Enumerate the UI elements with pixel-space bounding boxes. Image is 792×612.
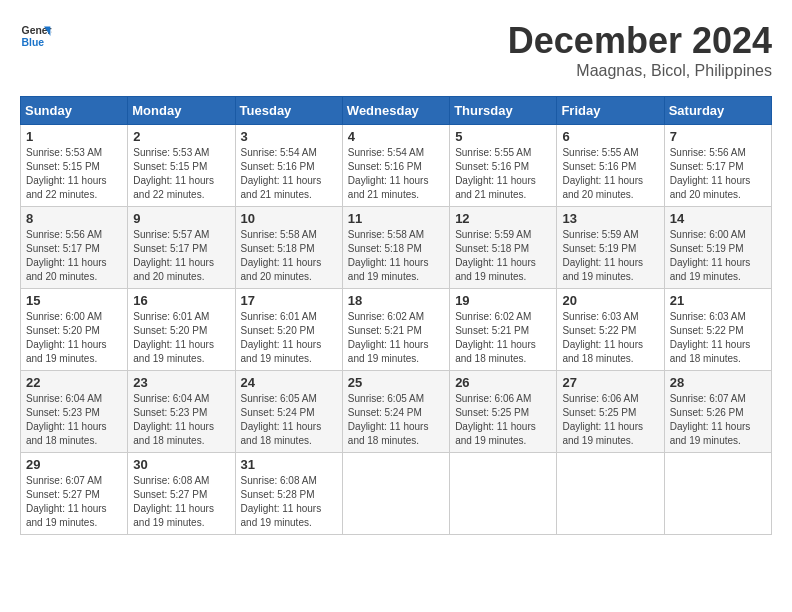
calendar-cell: 21 Sunrise: 6:03 AMSunset: 5:22 PMDaylig… [664,289,771,371]
day-number: 16 [133,293,229,308]
day-info: Sunrise: 5:54 AMSunset: 5:16 PMDaylight:… [348,147,429,200]
day-number: 27 [562,375,658,390]
day-number: 22 [26,375,122,390]
calendar-cell: 6 Sunrise: 5:55 AMSunset: 5:16 PMDayligh… [557,125,664,207]
day-number: 5 [455,129,551,144]
calendar-table: SundayMondayTuesdayWednesdayThursdayFrid… [20,96,772,535]
day-info: Sunrise: 6:06 AMSunset: 5:25 PMDaylight:… [562,393,643,446]
day-number: 18 [348,293,444,308]
day-info: Sunrise: 6:01 AMSunset: 5:20 PMDaylight:… [133,311,214,364]
calendar-cell: 7 Sunrise: 5:56 AMSunset: 5:17 PMDayligh… [664,125,771,207]
calendar-cell [342,453,449,535]
day-info: Sunrise: 6:06 AMSunset: 5:25 PMDaylight:… [455,393,536,446]
calendar-cell: 13 Sunrise: 5:59 AMSunset: 5:19 PMDaylig… [557,207,664,289]
day-number: 23 [133,375,229,390]
day-number: 4 [348,129,444,144]
day-number: 12 [455,211,551,226]
calendar-cell: 31 Sunrise: 6:08 AMSunset: 5:28 PMDaylig… [235,453,342,535]
calendar-cell: 26 Sunrise: 6:06 AMSunset: 5:25 PMDaylig… [450,371,557,453]
day-info: Sunrise: 6:05 AMSunset: 5:24 PMDaylight:… [348,393,429,446]
day-info: Sunrise: 5:55 AMSunset: 5:16 PMDaylight:… [455,147,536,200]
calendar-cell: 27 Sunrise: 6:06 AMSunset: 5:25 PMDaylig… [557,371,664,453]
day-number: 30 [133,457,229,472]
calendar-cell: 30 Sunrise: 6:08 AMSunset: 5:27 PMDaylig… [128,453,235,535]
day-info: Sunrise: 5:53 AMSunset: 5:15 PMDaylight:… [26,147,107,200]
calendar-cell: 12 Sunrise: 5:59 AMSunset: 5:18 PMDaylig… [450,207,557,289]
day-info: Sunrise: 6:03 AMSunset: 5:22 PMDaylight:… [670,311,751,364]
calendar-header-sunday: Sunday [21,97,128,125]
day-info: Sunrise: 6:00 AMSunset: 5:19 PMDaylight:… [670,229,751,282]
day-number: 6 [562,129,658,144]
calendar-cell: 24 Sunrise: 6:05 AMSunset: 5:24 PMDaylig… [235,371,342,453]
calendar-row-2: 15 Sunrise: 6:00 AMSunset: 5:20 PMDaylig… [21,289,772,371]
day-info: Sunrise: 5:56 AMSunset: 5:17 PMDaylight:… [670,147,751,200]
month-title: December 2024 [508,20,772,62]
logo: General Blue [20,20,52,52]
calendar-cell: 2 Sunrise: 5:53 AMSunset: 5:15 PMDayligh… [128,125,235,207]
day-info: Sunrise: 5:59 AMSunset: 5:19 PMDaylight:… [562,229,643,282]
calendar-header-saturday: Saturday [664,97,771,125]
day-info: Sunrise: 5:59 AMSunset: 5:18 PMDaylight:… [455,229,536,282]
day-info: Sunrise: 6:02 AMSunset: 5:21 PMDaylight:… [455,311,536,364]
day-number: 2 [133,129,229,144]
calendar-cell: 3 Sunrise: 5:54 AMSunset: 5:16 PMDayligh… [235,125,342,207]
calendar-cell: 8 Sunrise: 5:56 AMSunset: 5:17 PMDayligh… [21,207,128,289]
day-info: Sunrise: 6:02 AMSunset: 5:21 PMDaylight:… [348,311,429,364]
day-number: 1 [26,129,122,144]
calendar-cell: 14 Sunrise: 6:00 AMSunset: 5:19 PMDaylig… [664,207,771,289]
calendar-row-4: 29 Sunrise: 6:07 AMSunset: 5:27 PMDaylig… [21,453,772,535]
day-number: 17 [241,293,337,308]
day-info: Sunrise: 5:53 AMSunset: 5:15 PMDaylight:… [133,147,214,200]
logo-icon: General Blue [20,20,52,52]
day-info: Sunrise: 6:04 AMSunset: 5:23 PMDaylight:… [133,393,214,446]
day-number: 25 [348,375,444,390]
calendar-row-3: 22 Sunrise: 6:04 AMSunset: 5:23 PMDaylig… [21,371,772,453]
day-info: Sunrise: 6:08 AMSunset: 5:28 PMDaylight:… [241,475,322,528]
day-number: 20 [562,293,658,308]
calendar-cell: 29 Sunrise: 6:07 AMSunset: 5:27 PMDaylig… [21,453,128,535]
day-number: 8 [26,211,122,226]
svg-text:Blue: Blue [22,37,45,48]
day-number: 29 [26,457,122,472]
calendar-row-1: 8 Sunrise: 5:56 AMSunset: 5:17 PMDayligh… [21,207,772,289]
calendar-cell [450,453,557,535]
day-info: Sunrise: 5:55 AMSunset: 5:16 PMDaylight:… [562,147,643,200]
calendar-header-row: SundayMondayTuesdayWednesdayThursdayFrid… [21,97,772,125]
calendar-cell: 23 Sunrise: 6:04 AMSunset: 5:23 PMDaylig… [128,371,235,453]
day-info: Sunrise: 6:07 AMSunset: 5:27 PMDaylight:… [26,475,107,528]
day-info: Sunrise: 5:58 AMSunset: 5:18 PMDaylight:… [241,229,322,282]
title-area: December 2024 Maagnas, Bicol, Philippine… [508,20,772,80]
calendar-cell: 22 Sunrise: 6:04 AMSunset: 5:23 PMDaylig… [21,371,128,453]
day-info: Sunrise: 6:04 AMSunset: 5:23 PMDaylight:… [26,393,107,446]
day-info: Sunrise: 5:57 AMSunset: 5:17 PMDaylight:… [133,229,214,282]
calendar-cell [664,453,771,535]
calendar-header-tuesday: Tuesday [235,97,342,125]
day-info: Sunrise: 6:08 AMSunset: 5:27 PMDaylight:… [133,475,214,528]
calendar-header-thursday: Thursday [450,97,557,125]
calendar-cell: 10 Sunrise: 5:58 AMSunset: 5:18 PMDaylig… [235,207,342,289]
calendar-cell: 19 Sunrise: 6:02 AMSunset: 5:21 PMDaylig… [450,289,557,371]
day-info: Sunrise: 5:56 AMSunset: 5:17 PMDaylight:… [26,229,107,282]
calendar-cell: 9 Sunrise: 5:57 AMSunset: 5:17 PMDayligh… [128,207,235,289]
day-info: Sunrise: 6:03 AMSunset: 5:22 PMDaylight:… [562,311,643,364]
day-number: 15 [26,293,122,308]
calendar-cell: 4 Sunrise: 5:54 AMSunset: 5:16 PMDayligh… [342,125,449,207]
calendar-cell: 20 Sunrise: 6:03 AMSunset: 5:22 PMDaylig… [557,289,664,371]
day-number: 11 [348,211,444,226]
day-number: 9 [133,211,229,226]
day-number: 24 [241,375,337,390]
calendar-cell: 28 Sunrise: 6:07 AMSunset: 5:26 PMDaylig… [664,371,771,453]
day-number: 26 [455,375,551,390]
calendar-cell: 15 Sunrise: 6:00 AMSunset: 5:20 PMDaylig… [21,289,128,371]
day-info: Sunrise: 5:58 AMSunset: 5:18 PMDaylight:… [348,229,429,282]
day-info: Sunrise: 5:54 AMSunset: 5:16 PMDaylight:… [241,147,322,200]
calendar-cell: 11 Sunrise: 5:58 AMSunset: 5:18 PMDaylig… [342,207,449,289]
day-number: 13 [562,211,658,226]
day-number: 14 [670,211,766,226]
day-info: Sunrise: 6:00 AMSunset: 5:20 PMDaylight:… [26,311,107,364]
day-number: 21 [670,293,766,308]
day-number: 28 [670,375,766,390]
day-number: 10 [241,211,337,226]
page-container: General Blue December 2024 Maagnas, Bico… [20,20,772,535]
calendar-cell: 1 Sunrise: 5:53 AMSunset: 5:15 PMDayligh… [21,125,128,207]
